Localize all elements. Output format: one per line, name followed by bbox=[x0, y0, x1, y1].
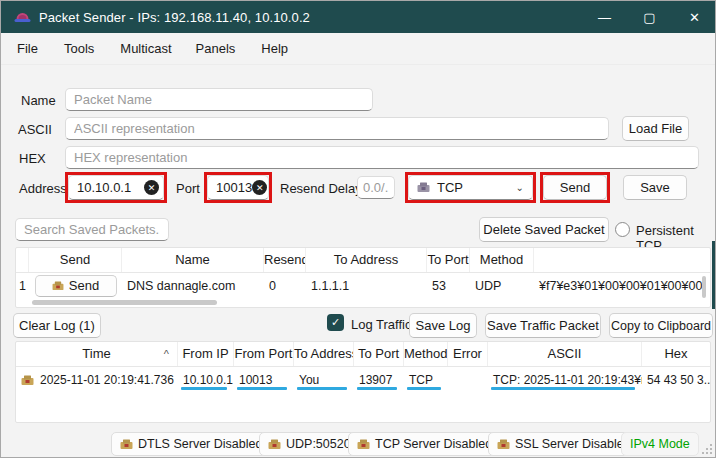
load-file-button[interactable]: Load File bbox=[622, 116, 689, 141]
traffic-cell-from-port: 10013 bbox=[234, 367, 294, 393]
menu-panels[interactable]: Panels bbox=[196, 35, 236, 62]
ascii-label: ASCII bbox=[18, 122, 52, 137]
port-annotation-box: 10013 ✕ bbox=[204, 172, 272, 203]
traffic-table-row[interactable]: 2025-11-01 20:19:41.736 10.10.0.1 10013 … bbox=[16, 367, 710, 393]
vertical-scrollbar[interactable] bbox=[702, 276, 706, 298]
close-button[interactable]: ✕ bbox=[672, 1, 716, 33]
address-value: 10.10.0.1 bbox=[77, 180, 144, 195]
port-clear-icon[interactable]: ✕ bbox=[252, 180, 267, 195]
menu-multicast[interactable]: Multicast bbox=[120, 35, 171, 62]
row-send-label: Send bbox=[69, 273, 99, 299]
traffic-cell-from-ip: 10.10.0.1 bbox=[178, 367, 234, 393]
save-traffic-packet-button[interactable]: Save Traffic Packet bbox=[485, 313, 601, 338]
send-annotation-box: Send bbox=[540, 172, 610, 203]
traffic-col-to-address[interactable]: To Address bbox=[294, 342, 354, 366]
packet-name-input[interactable] bbox=[65, 88, 373, 111]
persistent-tcp-checkbox[interactable] bbox=[615, 222, 630, 237]
traffic-col-ascii[interactable]: ASCII bbox=[488, 342, 642, 366]
packet-icon bbox=[417, 182, 430, 193]
minimize-button[interactable]: — bbox=[582, 1, 627, 33]
packet-icon bbox=[268, 439, 281, 450]
port-input[interactable]: 10013 ✕ bbox=[207, 175, 269, 200]
port-label: Port bbox=[176, 181, 200, 196]
address-annotation-box: 10.10.0.1 ✕ bbox=[65, 172, 167, 203]
traffic-cell-ascii: TCP: 2025-11-01 20:19:43¥n bbox=[488, 367, 642, 393]
tcp-server-label: TCP Server Disabled bbox=[375, 437, 492, 451]
protocol-dropdown[interactable]: TCP ⌄ bbox=[408, 175, 533, 200]
dtls-server-label: DTLS Server Disabled bbox=[138, 437, 262, 451]
copy-to-clipboard-button[interactable]: Copy to Clipboard bbox=[609, 313, 713, 338]
address-label: Address bbox=[19, 181, 67, 196]
saved-col-send[interactable]: Send bbox=[29, 248, 122, 272]
resend-delay-label: Resend Delay bbox=[280, 181, 362, 196]
name-label: Name bbox=[21, 93, 56, 108]
protocol-annotation-box: TCP ⌄ bbox=[405, 172, 536, 203]
saved-packets-table: Send Name Resend To Address To Port Meth… bbox=[15, 247, 711, 308]
app-logo-icon bbox=[14, 10, 31, 25]
packet-icon bbox=[21, 375, 34, 386]
address-clear-icon[interactable]: ✕ bbox=[144, 180, 159, 195]
sort-ascending-icon: ^ bbox=[164, 342, 169, 366]
delete-saved-packet-button[interactable]: Delete Saved Packet bbox=[479, 217, 609, 242]
saved-cell-method: UDP bbox=[470, 273, 534, 299]
saved-col-method[interactable]: Method bbox=[470, 248, 534, 272]
resize-grip[interactable] bbox=[702, 444, 712, 454]
traffic-col-time[interactable]: Time ^ bbox=[16, 342, 178, 366]
traffic-col-from-ip[interactable]: From IP bbox=[178, 342, 234, 366]
saved-table-row[interactable]: 1 Send DNS dannagle.com 0 1.1.1.1 53 UDP… bbox=[16, 273, 710, 299]
ipv4-mode-button[interactable]: IPv4 Mode bbox=[621, 432, 699, 456]
menu-file[interactable]: File bbox=[17, 35, 38, 62]
chevron-down-icon: ⌄ bbox=[516, 182, 524, 193]
saved-col-resend[interactable]: Resend bbox=[264, 248, 306, 272]
hex-input[interactable] bbox=[65, 146, 699, 169]
traffic-cell-hex: 54 43 50 3... bbox=[642, 367, 710, 393]
traffic-col-error[interactable]: Error bbox=[448, 342, 488, 366]
udp-server-button[interactable]: UDP:50520 bbox=[259, 432, 360, 456]
save-log-button[interactable]: Save Log bbox=[409, 313, 477, 338]
saved-cell-ascii: ¥f7¥e3¥01¥00¥00¥01¥00¥00 bbox=[534, 273, 710, 299]
title-bar: Packet Sender - IPs: 192.168.11.40, 10.1… bbox=[1, 1, 716, 33]
traffic-table-header: Time ^ From IP From Port To Address To P… bbox=[16, 342, 710, 367]
traffic-col-method[interactable]: Method bbox=[404, 342, 448, 366]
menu-bar: File Tools Multicast Panels Help bbox=[1, 33, 716, 65]
horizontal-scrollbar[interactable] bbox=[32, 300, 217, 305]
hex-label: HEX bbox=[19, 151, 46, 166]
packet-icon bbox=[120, 439, 133, 450]
packet-sender-window: Packet Sender - IPs: 192.168.11.40, 10.1… bbox=[0, 0, 716, 458]
send-button[interactable]: Send bbox=[543, 175, 607, 200]
ascii-input[interactable] bbox=[65, 117, 609, 140]
traffic-cell-to-port: 13907 bbox=[354, 367, 404, 393]
search-saved-packets-input[interactable] bbox=[15, 218, 169, 241]
row-send-button[interactable]: Send bbox=[35, 275, 117, 297]
log-traffic-checkbox[interactable]: ✓ bbox=[327, 314, 344, 331]
clear-log-button[interactable]: Clear Log (1) bbox=[13, 313, 101, 338]
protocol-value: TCP bbox=[437, 180, 463, 195]
window-title: Packet Sender - IPs: 192.168.11.40, 10.1… bbox=[39, 10, 310, 25]
dtls-server-button[interactable]: DTLS Server Disabled bbox=[111, 432, 271, 456]
traffic-col-from-port[interactable]: From Port bbox=[234, 342, 294, 366]
saved-col-name[interactable]: Name bbox=[122, 248, 264, 272]
traffic-log-table: Time ^ From IP From Port To Address To P… bbox=[15, 341, 711, 423]
saved-col-to-port[interactable]: To Port bbox=[427, 248, 470, 272]
menu-tools[interactable]: Tools bbox=[64, 35, 94, 62]
ssl-server-button[interactable]: SSL Server Disabled bbox=[488, 432, 640, 456]
tcp-server-button[interactable]: TCP Server Disabled bbox=[348, 432, 501, 456]
maximize-button[interactable]: ▢ bbox=[627, 1, 672, 33]
log-traffic-label: Log Traffic bbox=[351, 317, 411, 332]
row-number: 1 bbox=[16, 273, 29, 299]
save-button[interactable]: Save bbox=[623, 175, 687, 200]
udp-server-label: UDP:50520 bbox=[286, 437, 351, 451]
resend-delay-input[interactable] bbox=[357, 176, 395, 199]
ssl-server-label: SSL Server Disabled bbox=[515, 437, 631, 451]
packet-icon bbox=[52, 281, 64, 291]
menu-help[interactable]: Help bbox=[261, 35, 288, 62]
traffic-col-hex[interactable]: Hex bbox=[642, 342, 710, 366]
traffic-col-to-port[interactable]: To Port bbox=[354, 342, 404, 366]
traffic-cell-to-address: You bbox=[294, 367, 354, 393]
saved-cell-resend: 0 bbox=[264, 273, 306, 299]
address-input[interactable]: 10.10.0.1 ✕ bbox=[68, 175, 164, 200]
traffic-cell-method: TCP bbox=[404, 367, 448, 393]
traffic-cell-time: 2025-11-01 20:19:41.736 bbox=[40, 367, 174, 393]
teal-edge-strip bbox=[712, 241, 716, 309]
saved-col-to-address[interactable]: To Address bbox=[306, 248, 427, 272]
